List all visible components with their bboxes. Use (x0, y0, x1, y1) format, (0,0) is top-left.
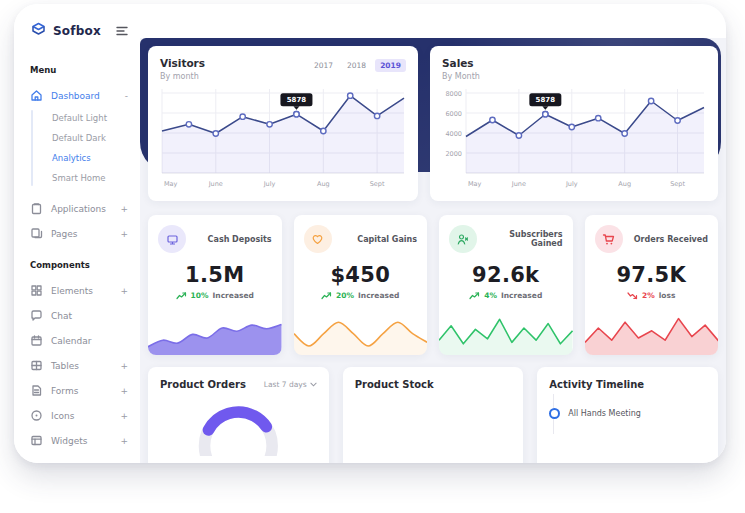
file-icon (30, 384, 43, 397)
expand-glyph: + (120, 286, 128, 296)
menu-section-label: Menu (14, 65, 140, 75)
svg-text:June: June (208, 180, 223, 188)
svg-text:5878: 5878 (287, 96, 307, 104)
sidebar-item-applications[interactable]: Applications + (14, 196, 140, 221)
orders-filter-dropdown[interactable]: Last 7 days (264, 380, 317, 389)
trend-up-icon (176, 292, 187, 300)
sidebar-item-icons[interactable]: Icons + (14, 403, 140, 428)
expand-glyph: + (120, 229, 128, 239)
timeline-item[interactable]: All Hands Meeting (549, 408, 706, 419)
sidebar-item-widgets[interactable]: Widgets + (14, 428, 140, 453)
card-machine-icon (158, 225, 186, 253)
clipboard-icon (30, 202, 43, 215)
stat-title: Capital Gains (357, 235, 417, 244)
table-icon (30, 359, 43, 372)
svg-text:June: June (511, 180, 526, 188)
sidebar-item-dashboard[interactable]: Dashboard - (14, 83, 140, 108)
stat-card-capital-gains: Capital Gains $450 20%Increased (294, 215, 428, 355)
sidebar-item-label: Calendar (51, 336, 120, 346)
stat-title: Cash Deposits (208, 235, 272, 244)
sales-subtitle: By Month (442, 72, 480, 81)
year-tab-2018[interactable]: 2018 (342, 59, 371, 72)
product-orders-title: Product Orders (160, 379, 246, 390)
subscribers-sparkline (439, 309, 573, 355)
content: Visitors By month 2017 2018 2019 MayJune… (140, 4, 726, 463)
sidebar-item-label: Tables (51, 361, 112, 371)
svg-text:Sept: Sept (670, 180, 685, 188)
sidebar-item-chat[interactable]: Chat (14, 303, 140, 328)
sidebar-toggle-icon[interactable] (116, 26, 128, 36)
stat-card-subscribers-gained: Subscribers Gained 92.6k 4%Increased (439, 215, 573, 355)
sidebar-item-label: Forms (51, 386, 112, 396)
sidebar-item-pages[interactable]: Pages + (14, 221, 140, 246)
stat-value: 97.5K (585, 263, 719, 287)
sidebar-item-label: Pages (51, 229, 112, 239)
sidebar: Sofbox Menu Dashboard - Default Light De… (14, 4, 140, 463)
cash-deposits-sparkline (148, 309, 282, 355)
svg-text:2000: 2000 (445, 150, 462, 158)
svg-text:5878: 5878 (536, 96, 556, 104)
svg-text:Aug: Aug (317, 180, 330, 188)
sidebar-item-label: Widgets (51, 436, 112, 446)
orders-donut-chart (160, 396, 317, 460)
timeline-label: All Hands Meeting (568, 409, 641, 418)
sidebar-item-label: Icons (51, 411, 112, 421)
expand-glyph: + (120, 204, 128, 214)
components-section-label: Components (14, 260, 140, 270)
sales-card: Sales By Month 8000600040002000MayJuneJu… (430, 46, 718, 201)
target-icon (30, 409, 43, 422)
expand-glyph: + (120, 386, 128, 396)
sidebar-subitem-analytics[interactable]: Analytics (14, 148, 140, 168)
sidebar-item-tables[interactable]: Tables + (14, 353, 140, 378)
main-area: Analytics Home > Dashboard > Analytics (140, 4, 726, 463)
sidebar-subitem-default-dark[interactable]: Default Dark (14, 128, 140, 148)
svg-text:6000: 6000 (445, 110, 462, 118)
stat-card-cash-deposits: Cash Deposits 1.5M 10%Increased (148, 215, 282, 355)
year-tab-2019[interactable]: 2019 (375, 59, 406, 72)
sofbox-logo-icon (30, 20, 47, 41)
svg-text:July: July (263, 180, 276, 188)
stat-trend: 4%Increased (439, 291, 573, 300)
year-tabs: 2017 2018 2019 (309, 59, 406, 72)
sales-line-chart: 8000600040002000MayJuneJulyAugSept5878 (442, 85, 706, 189)
home-icon (30, 89, 43, 102)
expand-glyph: + (120, 361, 128, 371)
sidebar-item-calendar[interactable]: Calendar (14, 328, 140, 353)
widgets-icon (30, 434, 43, 447)
collapse-glyph: - (125, 91, 128, 101)
sidebar-item-elements[interactable]: Elements + (14, 278, 140, 303)
grid-icon (30, 284, 43, 297)
pages-icon (30, 227, 43, 240)
product-stock-title: Product Stock (355, 379, 434, 390)
sidebar-item-label: Dashboard (51, 91, 117, 101)
stat-value: $450 (294, 263, 428, 287)
cart-icon (595, 225, 623, 253)
product-orders-card: Product Orders Last 7 days (148, 367, 329, 463)
svg-text:May: May (468, 180, 482, 188)
sidebar-subitem-smart-home[interactable]: Smart Home (14, 168, 140, 188)
stat-trend: 20%Increased (294, 291, 428, 300)
timeline-bullet (549, 408, 560, 419)
dashboard-panel: Sofbox Menu Dashboard - Default Light De… (14, 4, 726, 463)
stat-title: Subscribers Gained (477, 230, 563, 248)
svg-text:4000: 4000 (445, 130, 462, 138)
sales-title: Sales (442, 57, 480, 69)
stat-title: Orders Received (634, 235, 708, 244)
user-icon (449, 225, 477, 253)
stat-card-orders-received: Orders Received 97.5K 2%loss (585, 215, 719, 355)
sidebar-subitem-default-light[interactable]: Default Light (14, 108, 140, 128)
trend-up-icon (469, 292, 480, 300)
sidebar-item-forms[interactable]: Forms + (14, 378, 140, 403)
stat-trend: 10%Increased (148, 291, 282, 300)
svg-text:8000: 8000 (445, 90, 462, 98)
dashboard-submenu: Default Light Default Dark Analytics Sma… (14, 108, 140, 188)
svg-text:Aug: Aug (618, 180, 631, 188)
page: Sofbox Menu Dashboard - Default Light De… (0, 0, 745, 513)
svg-text:May: May (164, 180, 178, 188)
sidebar-item-label: Chat (51, 311, 120, 321)
svg-text:July: July (565, 180, 578, 188)
year-tab-2017[interactable]: 2017 (309, 59, 338, 72)
product-stock-card: Product Stock (343, 367, 524, 463)
orders-sparkline (585, 309, 719, 355)
capital-gains-sparkline (294, 309, 428, 355)
